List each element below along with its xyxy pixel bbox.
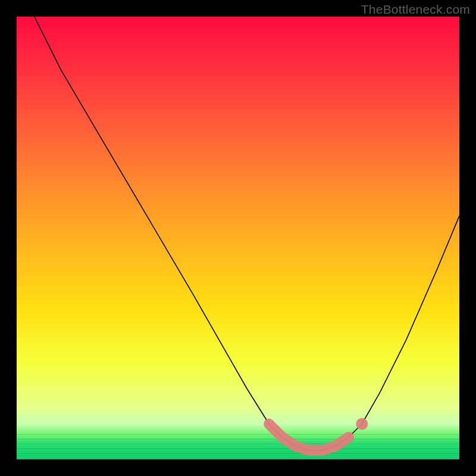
watermark-text: TheBottleneck.com bbox=[361, 2, 470, 17]
highlight-marker bbox=[269, 424, 349, 451]
bottleneck-curve bbox=[35, 17, 459, 450]
curve-layer bbox=[17, 17, 459, 459]
highlight-marker-dot bbox=[356, 418, 368, 430]
plot-area bbox=[17, 17, 459, 459]
chart-root: TheBottleneck.com bbox=[0, 0, 476, 476]
